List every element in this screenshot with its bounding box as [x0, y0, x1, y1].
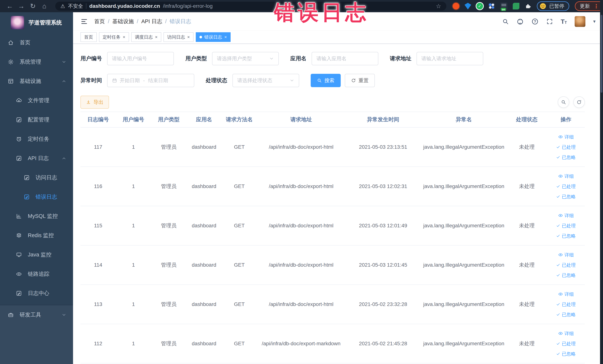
table-cell: 1	[116, 245, 151, 285]
tab-error-log[interactable]: 错误日志×	[196, 32, 231, 42]
browser-back-icon[interactable]: ←	[4, 2, 16, 10]
sidebar-item-home[interactable]: 首页	[0, 33, 73, 52]
sidebar-item-mysql-monitor[interactable]: MySQL 监控	[0, 207, 73, 226]
ignored-link[interactable]: 已忽略	[556, 233, 576, 239]
table-cell: 2021-05-03 12:01:45	[345, 245, 421, 285]
processed-link[interactable]: 已处理	[556, 301, 576, 307]
font-size-button[interactable]: TT	[561, 18, 567, 25]
user-avatar[interactable]	[575, 16, 585, 27]
avatar-caret-down-icon[interactable]: ▾	[593, 19, 596, 24]
user-id-input[interactable]: 请输入用户编号	[107, 52, 174, 65]
extension-blue-icon[interactable]	[464, 3, 471, 10]
not-secure-label: 不安全	[68, 3, 83, 10]
ignored-label: 已忽略	[562, 312, 576, 318]
sidebar-item-java-monitor[interactable]: Java 监控	[0, 245, 73, 264]
scrollbar-thumb[interactable]	[601, 15, 603, 93]
sidebar-item-system-manage[interactable]: 系统管理	[0, 52, 73, 71]
ignored-link[interactable]: 已忽略	[556, 154, 576, 160]
close-icon[interactable]: ×	[155, 35, 158, 39]
detail-link[interactable]: 详细	[558, 252, 574, 258]
app-logo-row[interactable]: 芋道管理系统	[0, 12, 73, 33]
check-icon	[556, 195, 560, 199]
request-url-input[interactable]: 请输入请求地址	[417, 52, 483, 65]
processed-link[interactable]: 已处理	[556, 183, 576, 189]
toggle-search-button[interactable]	[558, 96, 569, 108]
browser-update-button[interactable]: 更新 ⋮	[575, 1, 603, 11]
tab-dispatch-log[interactable]: 调度日志×	[131, 32, 161, 42]
tab-access-log[interactable]: 访问日志×	[163, 32, 194, 42]
processed-link[interactable]: 已处理	[556, 341, 576, 347]
process-status-placeholder: 请选择处理状态	[237, 77, 272, 84]
table-row: 1121管理员dashboardGET/api/infra/db-doc/exp…	[81, 324, 585, 363]
detail-label: 详细	[564, 173, 574, 179]
extension-leaf-icon[interactable]	[513, 3, 519, 10]
tab-scheduled-job[interactable]: 定时任务×	[99, 32, 129, 42]
sidebar-item-label: 研发工具	[20, 311, 41, 318]
reset-button[interactable]: 重置	[345, 74, 375, 87]
sidebar-item-access-log[interactable]: 访问日志	[0, 168, 73, 187]
processed-link[interactable]: 已处理	[556, 223, 576, 229]
detail-link[interactable]: 详细	[558, 291, 574, 297]
collapse-menu-button[interactable]	[81, 18, 88, 25]
user-id-label: 用户编号	[81, 55, 102, 62]
sidebar-item-dev-tool[interactable]: 研发工具	[0, 305, 73, 325]
sidebar-item-config-manage[interactable]: 配置管理	[0, 110, 73, 129]
sidebar-item-infrastructure[interactable]: 基础设施	[0, 71, 73, 91]
detail-link[interactable]: 详细	[558, 173, 574, 179]
sidebar-item-redis-monitor[interactable]: Redis 监控	[0, 226, 73, 245]
profile-paused-chip[interactable]: 已暂停	[537, 1, 569, 11]
sidebar-item-api-log[interactable]: API 日志	[0, 149, 73, 168]
sidebar-item-log-center[interactable]: 日志中心	[0, 284, 73, 303]
processed-link[interactable]: 已处理	[556, 262, 576, 268]
extension-grid-icon[interactable]	[488, 3, 495, 10]
browser-scrollbar[interactable]	[600, 0, 603, 364]
search-button[interactable]: 搜索	[311, 74, 341, 87]
ignored-link[interactable]: 已忽略	[556, 272, 576, 278]
extension-green-check-icon[interactable]: ✓	[476, 3, 483, 10]
browser-home-icon[interactable]: ⌂	[39, 2, 50, 10]
filter-app-name: 应用名 请输入应用名	[290, 52, 378, 65]
sidebar-item-error-log[interactable]: 错误日志	[0, 187, 73, 207]
detail-link[interactable]: 详细	[558, 212, 574, 219]
ignored-link[interactable]: 已忽略	[556, 312, 576, 318]
ignored-link[interactable]: 已忽略	[556, 351, 576, 357]
processed-link[interactable]: 已处理	[556, 144, 576, 150]
export-button[interactable]: 导出	[81, 96, 109, 109]
breadcrumb-item[interactable]: API 日志	[141, 18, 162, 25]
exception-time-range-picker[interactable]: 开始日期 - 结束日期	[107, 74, 194, 87]
close-icon[interactable]: ×	[187, 35, 190, 39]
detail-link[interactable]: 详细	[558, 134, 574, 140]
detail-link[interactable]: 详细	[558, 330, 574, 337]
check-icon	[556, 312, 560, 317]
app-name-input[interactable]: 请输入应用名	[312, 52, 378, 65]
process-status-select[interactable]: 请选择处理状态	[232, 74, 299, 87]
breadcrumb-item: 错误日志	[170, 18, 191, 25]
extension-orange-icon[interactable]	[453, 3, 459, 10]
breadcrumb-item[interactable]: 基础设施	[112, 18, 134, 25]
address-bar[interactable]: ⚠ 不安全 dashboard.yudao.iocoder.cn/infra/l…	[55, 2, 446, 11]
help-button[interactable]: ?	[532, 18, 538, 25]
ignored-link[interactable]: 已忽略	[556, 194, 576, 200]
tab-home[interactable]: 首页	[81, 32, 97, 42]
browser-menu-kebab-icon[interactable]: ⋮	[593, 3, 599, 10]
extension-switch-icon[interactable]: on	[500, 2, 508, 10]
refresh-table-button[interactable]	[573, 96, 585, 108]
header-search-button[interactable]	[502, 18, 509, 25]
actions-cell: 详细已处理已忽略	[547, 206, 585, 245]
breadcrumb-item[interactable]: 首页	[94, 18, 105, 25]
sidebar-item-trace[interactable]: 链路追踪	[0, 264, 73, 284]
bookmark-star-icon[interactable]: ☆	[436, 3, 441, 10]
table-cell: 113	[81, 285, 116, 324]
browser-reload-icon[interactable]: ↻	[27, 2, 39, 10]
user-type-select[interactable]: 请选择用户类型	[212, 52, 279, 65]
tab-label: 调度日志	[135, 34, 153, 40]
browser-forward-icon[interactable]: →	[16, 2, 27, 10]
sidebar-item-file-manage[interactable]: 文件管理	[0, 91, 73, 110]
close-icon[interactable]: ×	[123, 35, 125, 39]
fullscreen-button[interactable]	[546, 18, 553, 25]
extensions-puzzle-icon[interactable]	[525, 3, 531, 10]
close-icon[interactable]: ×	[224, 35, 227, 39]
sidebar-item-scheduled-job[interactable]: 定时任务	[0, 129, 73, 149]
table-cell: 2021-05-02 21:45:28	[345, 324, 421, 363]
github-button[interactable]	[517, 18, 524, 25]
